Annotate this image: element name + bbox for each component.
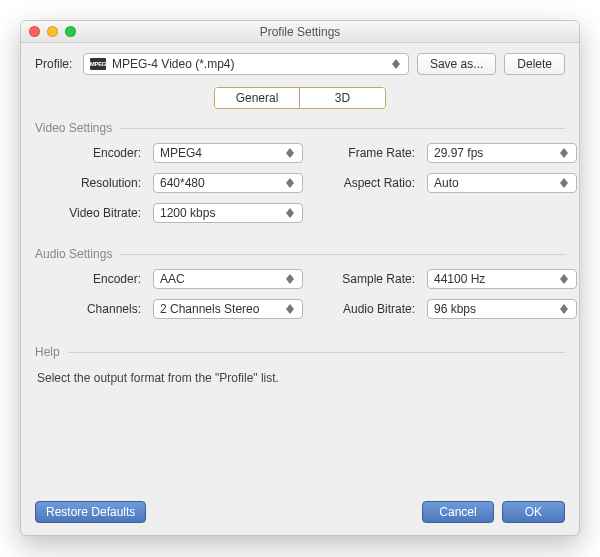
updown-icon — [282, 207, 298, 219]
updown-icon — [282, 273, 298, 285]
audio-bitrate-select[interactable]: 96 kbps — [427, 299, 577, 319]
profile-label: Profile: — [35, 57, 75, 71]
svg-marker-11 — [286, 213, 294, 218]
updown-icon — [556, 147, 572, 159]
channels-label: Channels: — [41, 302, 141, 316]
footer: Restore Defaults Cancel OK — [35, 489, 565, 523]
video-heading: Video Settings — [35, 121, 112, 135]
window-controls — [29, 26, 76, 37]
updown-icon — [282, 177, 298, 189]
audio-encoder-label: Encoder: — [41, 272, 141, 286]
svg-marker-13 — [286, 279, 294, 284]
tab-3d[interactable]: 3D — [300, 88, 385, 108]
svg-marker-7 — [286, 183, 294, 188]
help-group: Help Select the output format from the "… — [35, 345, 565, 385]
samplerate-select[interactable]: 44100 Hz — [427, 269, 577, 289]
resolution-label: Resolution: — [41, 176, 141, 190]
channels-select[interactable]: 2 Channels Stereo — [153, 299, 303, 319]
close-icon[interactable] — [29, 26, 40, 37]
svg-marker-19 — [560, 309, 568, 314]
audio-settings-group: Audio Settings Encoder: AAC Sample Rate: — [35, 247, 565, 319]
tab-bar: General 3D — [35, 87, 565, 109]
delete-button[interactable]: Delete — [504, 53, 565, 75]
tab-segment: General 3D — [214, 87, 386, 109]
divider — [68, 352, 565, 353]
video-bitrate-label: Video Bitrate: — [41, 206, 141, 220]
help-text: Select the output format from the "Profi… — [35, 367, 565, 385]
video-bitrate-select[interactable]: 1200 kbps — [153, 203, 303, 223]
svg-marker-3 — [286, 153, 294, 158]
titlebar: Profile Settings — [21, 21, 579, 43]
ok-button[interactable]: OK — [502, 501, 565, 523]
minimize-icon[interactable] — [47, 26, 58, 37]
profile-value: MPEG-4 Video (*.mp4) — [112, 57, 235, 71]
updown-icon — [282, 303, 298, 315]
mpeg-icon: MPEG — [90, 58, 106, 70]
window-body: Profile: MPEG MPEG-4 Video (*.mp4) Save … — [21, 43, 579, 535]
profile-settings-window: Profile Settings Profile: MPEG MPEG-4 Vi… — [20, 20, 580, 536]
restore-defaults-button[interactable]: Restore Defaults — [35, 501, 146, 523]
svg-marker-5 — [560, 153, 568, 158]
zoom-icon[interactable] — [65, 26, 76, 37]
svg-marker-17 — [286, 309, 294, 314]
profile-select[interactable]: MPEG MPEG-4 Video (*.mp4) — [83, 53, 409, 75]
updown-icon — [556, 273, 572, 285]
divider — [120, 128, 565, 129]
tab-general[interactable]: General — [215, 88, 300, 108]
updown-icon — [556, 177, 572, 189]
audio-encoder-select[interactable]: AAC — [153, 269, 303, 289]
updown-icon — [556, 303, 572, 315]
cancel-button[interactable]: Cancel — [422, 501, 493, 523]
video-settings-group: Video Settings Encoder: MPEG4 Frame Rate… — [35, 121, 565, 223]
svg-marker-1 — [392, 64, 400, 69]
aspect-ratio-label: Aspect Ratio: — [315, 176, 415, 190]
save-as-button[interactable]: Save as... — [417, 53, 496, 75]
video-encoder-label: Encoder: — [41, 146, 141, 160]
resolution-select[interactable]: 640*480 — [153, 173, 303, 193]
svg-marker-15 — [560, 279, 568, 284]
profile-row: Profile: MPEG MPEG-4 Video (*.mp4) Save … — [35, 53, 565, 75]
framerate-label: Frame Rate: — [315, 146, 415, 160]
audio-bitrate-label: Audio Bitrate: — [315, 302, 415, 316]
updown-icon — [388, 57, 404, 71]
window-title: Profile Settings — [21, 25, 579, 39]
aspect-ratio-select[interactable]: Auto — [427, 173, 577, 193]
framerate-select[interactable]: 29.97 fps — [427, 143, 577, 163]
video-encoder-select[interactable]: MPEG4 — [153, 143, 303, 163]
samplerate-label: Sample Rate: — [315, 272, 415, 286]
divider — [120, 254, 565, 255]
audio-heading: Audio Settings — [35, 247, 112, 261]
help-heading: Help — [35, 345, 60, 359]
updown-icon — [282, 147, 298, 159]
svg-marker-9 — [560, 183, 568, 188]
